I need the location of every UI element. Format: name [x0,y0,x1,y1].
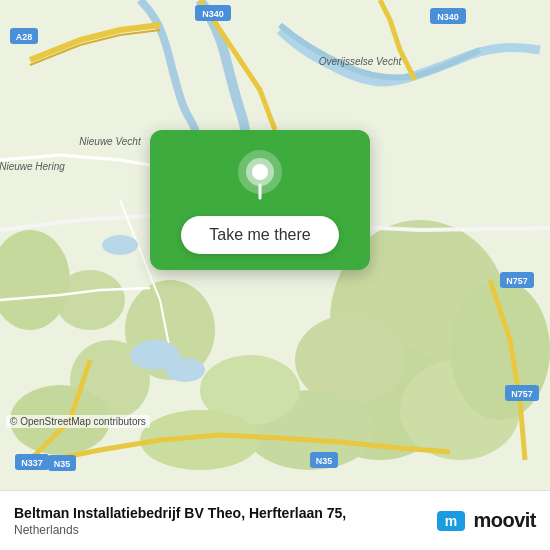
location-card: Take me there [150,130,370,270]
business-country: Netherlands [14,523,433,537]
bottom-bar: Beltman Installatiebedrijf BV Theo, Herf… [0,490,550,550]
svg-text:m: m [445,513,457,529]
osm-credit: © OpenStreetMap contributors [6,415,150,428]
svg-text:Nieuwe Hering: Nieuwe Hering [0,161,65,172]
address-block: Beltman Installatiebedrijf BV Theo, Herf… [14,504,433,536]
svg-text:A28: A28 [16,32,33,42]
svg-text:N757: N757 [506,276,528,286]
svg-text:N337: N337 [21,458,43,468]
svg-text:N340: N340 [202,9,224,19]
svg-text:Overijsselse Vecht: Overijsselse Vecht [319,56,403,67]
business-name: Beltman Installatiebedrijf BV Theo, Herf… [14,504,433,522]
svg-point-17 [102,235,138,255]
svg-point-16 [165,358,205,382]
moovit-logo: m moovit [433,503,536,539]
svg-text:N35: N35 [316,456,333,466]
moovit-logo-icon: m [433,503,469,539]
svg-text:Nieuwe Vecht: Nieuwe Vecht [79,136,142,147]
svg-text:N340: N340 [437,12,459,22]
map-container: A28 N340 N340 N35 N35 N757 N757 N337 Nie… [0,0,550,490]
pin-icon [233,150,287,204]
moovit-brand-text: moovit [473,509,536,532]
svg-point-39 [252,164,268,180]
take-me-there-button[interactable]: Take me there [181,216,338,254]
svg-text:N35: N35 [54,459,71,469]
svg-text:N757: N757 [511,389,533,399]
